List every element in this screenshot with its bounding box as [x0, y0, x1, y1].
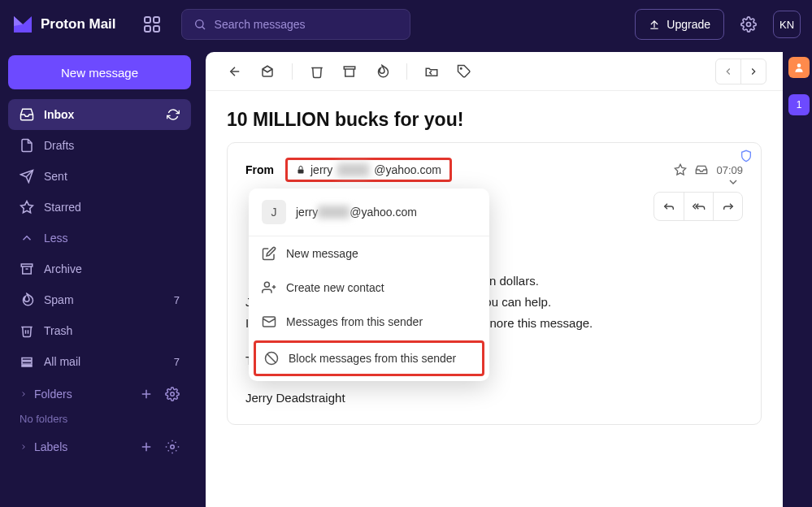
trash-icon [310, 64, 324, 79]
ctx-block-sender[interactable]: Block messages from this sender [256, 343, 482, 374]
sidebar-item-sent[interactable]: Sent [8, 161, 191, 192]
svg-marker-26 [675, 164, 686, 175]
archive-icon [20, 262, 34, 276]
svg-rect-1 [154, 17, 159, 23]
search-input[interactable] [215, 18, 398, 31]
svg-point-18 [171, 392, 175, 396]
sender-context-menu: J jerryxxxxx@yahoo.com New message Creat… [249, 188, 489, 381]
message-header: From jerryxxxxx@yahoo.com 07:09 [245, 158, 743, 182]
ctx-messages-from-sender[interactable]: Messages from this sender [249, 305, 489, 339]
sidebar-item-starred[interactable]: Starred [8, 192, 191, 223]
mark-read-button[interactable] [254, 58, 280, 84]
svg-rect-14 [22, 362, 32, 364]
plus-icon[interactable] [139, 440, 154, 454]
star-icon [20, 200, 34, 214]
user-plus-icon [262, 280, 276, 295]
flame-icon [20, 292, 34, 307]
brand-name: Proton Mail [41, 16, 116, 32]
rail-contacts-button[interactable] [788, 57, 810, 78]
settings-button[interactable] [734, 10, 763, 39]
chevron-up-icon [20, 231, 34, 245]
chevron-right-icon [20, 443, 28, 451]
svg-marker-10 [21, 202, 33, 213]
prev-message-button[interactable] [715, 58, 741, 84]
sidebar-item-inbox[interactable]: Inbox [8, 99, 191, 130]
from-label: From [245, 163, 274, 176]
gear-icon[interactable] [165, 440, 180, 454]
inbox-icon [20, 107, 34, 122]
labels-section-header[interactable]: Labels [8, 430, 191, 461]
context-menu-header: J jerryxxxxx@yahoo.com [249, 188, 489, 236]
reply-button[interactable] [654, 193, 684, 220]
star-outline-icon[interactable] [674, 163, 687, 176]
chevron-right-icon [748, 66, 759, 77]
message-toolbar [206, 52, 783, 91]
label-button[interactable] [451, 58, 477, 84]
search-box[interactable] [181, 9, 410, 40]
sidebar-item-all-mail[interactable]: All mail 7 [8, 346, 191, 377]
move-button[interactable] [419, 58, 445, 84]
sender-avatar: J [262, 200, 286, 224]
app-header: Proton Mail Upgrade KN [0, 0, 812, 49]
svg-rect-25 [298, 170, 304, 174]
plus-icon[interactable] [139, 387, 154, 401]
upgrade-button[interactable]: Upgrade [635, 9, 724, 40]
sidebar: New message Inbox Drafts Sent Starred Le… [0, 49, 199, 507]
sidebar-item-drafts[interactable]: Drafts [8, 130, 191, 161]
all-mail-count: 7 [174, 356, 180, 368]
sidebar-item-spam[interactable]: Spam 7 [8, 284, 191, 315]
svg-point-4 [195, 20, 202, 28]
file-icon [20, 138, 34, 153]
gear-icon[interactable] [165, 387, 180, 401]
svg-rect-23 [344, 67, 355, 69]
proton-logo-icon [11, 15, 34, 34]
forward-button[interactable] [713, 193, 742, 220]
archive-button[interactable] [337, 58, 363, 84]
apps-grid-icon[interactable] [142, 15, 162, 34]
archive-icon [342, 64, 357, 79]
no-folders-text: No folders [8, 408, 191, 430]
spam-button[interactable] [369, 58, 395, 84]
inbox-small-icon [695, 163, 708, 176]
svg-point-21 [171, 445, 175, 449]
search-icon [193, 18, 206, 31]
refresh-icon[interactable] [167, 108, 180, 121]
block-icon [264, 351, 279, 366]
body-line: Jerry Deadstraight [245, 388, 743, 408]
compose-icon [262, 246, 276, 261]
gear-icon [740, 16, 757, 32]
sender-email: jerryxxxxx@yahoo.com [296, 206, 417, 219]
user-avatar[interactable]: KN [773, 11, 801, 38]
trash-icon [20, 323, 34, 338]
ctx-create-contact[interactable]: Create new contact [249, 271, 489, 305]
mail-open-icon [260, 64, 275, 79]
delete-button[interactable] [304, 58, 330, 84]
back-button[interactable] [222, 58, 248, 84]
chevron-right-icon [20, 390, 28, 398]
svg-rect-11 [21, 264, 33, 266]
chevron-left-icon [723, 66, 734, 77]
svg-point-33 [797, 63, 801, 67]
sidebar-item-less[interactable]: Less [8, 223, 191, 254]
rail-calendar-button[interactable]: 1 [788, 94, 810, 115]
svg-line-32 [267, 354, 276, 363]
send-icon [20, 169, 34, 184]
right-rail: 1 [786, 57, 812, 115]
upgrade-icon [649, 19, 660, 30]
svg-rect-2 [145, 26, 150, 32]
new-message-button[interactable]: New message [8, 55, 191, 89]
svg-rect-13 [22, 358, 32, 361]
next-message-button[interactable] [740, 58, 766, 84]
ctx-new-message[interactable]: New message [249, 236, 489, 271]
svg-rect-15 [22, 366, 32, 367]
sidebar-item-archive[interactable]: Archive [8, 254, 191, 284]
tag-icon [457, 64, 471, 79]
from-address-chip[interactable]: jerryxxxxx@yahoo.com [285, 158, 452, 182]
chevron-down-icon[interactable] [727, 176, 740, 188]
sidebar-item-trash[interactable]: Trash [8, 315, 191, 346]
app-logo[interactable]: Proton Mail [11, 15, 116, 34]
reply-all-button[interactable] [684, 193, 713, 220]
mail-icon [262, 314, 276, 329]
folders-section-header[interactable]: Folders [8, 377, 191, 408]
message-meta: 07:09 [674, 163, 743, 176]
